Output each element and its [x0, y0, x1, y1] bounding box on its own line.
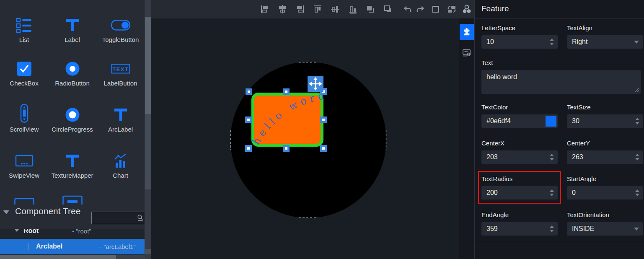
endangle-input-box — [481, 222, 558, 236]
palette-item-list[interactable]: List — [0, 14, 48, 43]
field-centerx: CenterX — [481, 140, 558, 164]
divider — [475, 242, 644, 242]
color-swatch[interactable] — [546, 116, 556, 127]
palette-item-label[interactable]: Label — [48, 14, 96, 43]
centerx-input[interactable] — [481, 150, 558, 164]
palette-scrollbar-thumb[interactable] — [145, 17, 151, 114]
swipeview-icon — [15, 150, 34, 169]
chevron-down-icon — [14, 229, 19, 232]
tree-scrollbar-thumb[interactable] — [145, 249, 151, 254]
undo-icon[interactable] — [402, 4, 412, 14]
align-vertical-center-icon[interactable] — [330, 4, 340, 14]
align-right-icon[interactable] — [295, 4, 305, 14]
bring-forward-icon[interactable] — [365, 4, 375, 14]
list-icon — [16, 14, 33, 34]
align-bottom-icon[interactable] — [348, 4, 358, 14]
textradius-input[interactable] — [481, 186, 558, 199]
startangle-label: StartAngle — [567, 175, 643, 182]
plugin-puzzle-icon — [462, 28, 471, 37]
palette-item-swipeview[interactable]: SwipeView — [0, 150, 48, 179]
startangle-input[interactable] — [567, 186, 643, 199]
plugin-panel-button[interactable] — [460, 24, 474, 40]
palette-item-scrollview[interactable]: ScrollView — [0, 104, 48, 133]
centerx-label: CenterX — [481, 140, 558, 147]
letterspace-stepper[interactable] — [550, 39, 554, 45]
tree-hscrollbar-thumb[interactable] — [0, 255, 116, 259]
palette-item-checkbox[interactable]: CheckBox — [0, 58, 48, 87]
tree-row-arclabel[interactable]: Arclabel - "arcLabel1" — [0, 239, 145, 254]
resize-grip-icon[interactable] — [634, 88, 639, 93]
palette-item-label: CheckBox — [10, 80, 38, 87]
component-tree-panel: Root - "root" Arclabel - "arcLabel1" Com… — [0, 205, 145, 259]
send-backward-icon[interactable] — [383, 4, 393, 14]
palette-item-radiobutton[interactable]: RadioButton — [48, 58, 96, 87]
palette-item-labelbutton[interactable]: TEXT LabelButton — [96, 58, 145, 87]
textorientation-select[interactable]: INSIDE — [567, 222, 643, 236]
selection-frame-icon[interactable] — [431, 4, 441, 14]
toggle-icon — [111, 14, 131, 34]
textradius-label: TextRadius — [481, 175, 558, 182]
align-horizontal-center-icon[interactable] — [277, 4, 287, 14]
redo-icon[interactable] — [416, 4, 426, 14]
palette-item-clipped[interactable] — [48, 195, 96, 205]
node-graph-button[interactable] — [459, 0, 474, 18]
textsize-input[interactable] — [567, 114, 643, 128]
field-textcolor: TextColor — [481, 104, 558, 128]
property-info-button[interactable] — [462, 47, 472, 57]
design-canvas[interactable] — [151, 18, 459, 259]
feature-panel: Feature LetterSpace TextAlign Right Text… — [474, 0, 644, 259]
endangle-stepper[interactable] — [550, 225, 554, 232]
letterspace-input[interactable] — [481, 35, 558, 49]
align-left-icon[interactable] — [260, 4, 270, 14]
tree-indent-bar — [28, 243, 28, 250]
palette-row: ScrollView CircleProgress ArcLabel — [0, 104, 145, 133]
palette-item-label: TextureMapper — [51, 172, 93, 179]
field-letterspace: LetterSpace — [481, 24, 558, 49]
centery-stepper[interactable] — [635, 154, 639, 161]
align-top-icon[interactable] — [313, 4, 323, 14]
textsize-stepper[interactable] — [635, 118, 639, 124]
textorientation-value: INSIDE — [572, 225, 594, 233]
property-info-icon — [462, 47, 472, 57]
palette-item-label: ArcLabel — [108, 126, 133, 133]
textalign-label: TextAlign — [567, 24, 643, 31]
divider — [475, 18, 644, 18]
field-textalign: TextAlign Right — [567, 24, 643, 49]
collapse-triangle-icon[interactable] — [3, 210, 9, 214]
right-icon-strip — [459, 0, 474, 259]
palette-item-togglebutton[interactable]: ToggleButton — [96, 14, 145, 43]
text-textarea[interactable]: hello word — [481, 70, 641, 94]
textradius-stepper[interactable] — [550, 189, 554, 196]
centery-input[interactable] — [567, 150, 643, 164]
textorientation-label: TextOrientation — [567, 211, 643, 218]
field-textsize: TextSize — [567, 104, 643, 128]
field-text: Text hello word — [481, 59, 641, 94]
palette-row: SwipeView TextureMapper Chart — [0, 150, 145, 179]
letterspace-input-box — [481, 35, 558, 49]
endangle-label: EndAngle — [481, 211, 558, 218]
swap-order-icon[interactable] — [447, 4, 457, 14]
scrollbar-segment — [145, 114, 151, 189]
palette-item-clipped[interactable] — [0, 195, 48, 205]
tree-hscrollbar-track — [0, 255, 145, 259]
palette-item-chart[interactable]: Chart — [96, 150, 145, 179]
textalign-value: Right — [572, 38, 587, 46]
chevron-down-icon — [634, 228, 639, 231]
palette-item-arclabel[interactable]: ArcLabel — [96, 104, 145, 133]
palette-item-label: CircleProgress — [52, 126, 93, 133]
checkbox-icon — [16, 58, 33, 77]
endangle-input[interactable] — [481, 222, 558, 236]
startangle-stepper[interactable] — [635, 189, 639, 196]
radio-icon — [64, 58, 81, 77]
textcolor-input-box — [481, 114, 558, 128]
textalign-select[interactable]: Right — [567, 35, 643, 49]
tree-search-input[interactable] — [92, 215, 136, 221]
field-centery: CenterY — [567, 140, 643, 164]
tree-search-box — [91, 212, 145, 224]
centerx-stepper[interactable] — [550, 154, 554, 161]
field-textorientation: TextOrientation INSIDE — [567, 211, 643, 236]
text-label: Text — [481, 59, 641, 66]
palette-item-circleprogress[interactable]: CircleProgress — [48, 104, 96, 133]
palette-item-texturemapper[interactable]: TextureMapper — [48, 150, 96, 179]
search-icon[interactable] — [136, 214, 145, 222]
